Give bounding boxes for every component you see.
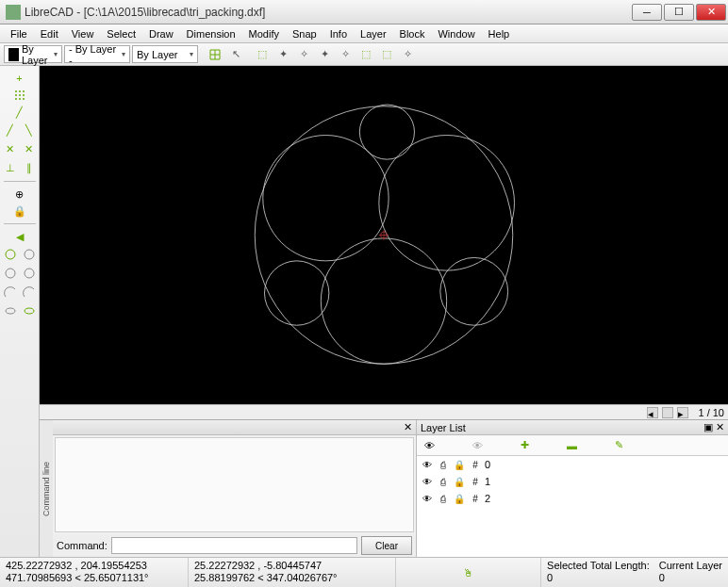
close-button[interactable]: ✕ [696, 4, 726, 21]
snap-middle-icon[interactable]: ✦ [315, 45, 334, 64]
menu-dimension[interactable]: Dimension [180, 26, 242, 41]
tool-parallel-icon[interactable]: ∥ [21, 159, 38, 176]
snap-on-entity-icon[interactable]: ✦ [273, 45, 292, 64]
linetype-combo[interactable]: By Layer [132, 45, 198, 63]
tool-line2-icon[interactable]: ╱ [2, 122, 19, 139]
svg-point-19 [6, 308, 15, 314]
menu-layer[interactable]: Layer [354, 26, 393, 41]
tool-point-icon[interactable]: + [11, 70, 28, 87]
layer-row[interactable]: 👁⎙🔒#0 [417, 456, 728, 473]
rel-coord: 25.22272932 , -5.80445747 [194, 560, 389, 572]
menu-modify[interactable]: Modify [242, 26, 286, 41]
tool-angle1-icon[interactable]: ✕ [2, 140, 19, 157]
layer-edit-icon[interactable]: ✎ [615, 439, 623, 451]
snap-distance-icon[interactable]: ✧ [336, 45, 355, 64]
snap-center-icon[interactable]: ✧ [294, 45, 313, 64]
properties-toolbar: By Layer - By Layer - By Layer ↖ ⬚ ✦ ✧ ✦… [0, 43, 728, 66]
maximize-button[interactable]: ☐ [664, 4, 694, 21]
tool-circle4-icon[interactable] [21, 265, 38, 282]
drawing-canvas[interactable] [40, 66, 728, 404]
menu-help[interactable]: Help [482, 26, 517, 41]
menu-file[interactable]: File [4, 26, 34, 41]
tool-line-icon[interactable]: ╱ [11, 104, 28, 121]
command-prompt: Command: [57, 540, 108, 551]
snap-intersection-icon[interactable]: ⬚ [356, 45, 375, 64]
layer-print-icon[interactable]: ⎙ [437, 475, 450, 488]
current-layer-value: 0 [659, 572, 722, 584]
horizontal-scrollbar[interactable]: ◂▸ 1 / 10 [40, 404, 728, 419]
layer-name: 2 [485, 493, 490, 504]
layer-visible-icon[interactable]: 👁 [421, 458, 434, 471]
menu-view[interactable]: View [65, 26, 101, 41]
layer-panel-dock-icon[interactable]: ▣ [703, 421, 713, 433]
svg-point-10 [19, 94, 21, 96]
layer-row[interactable]: 👁⎙🔒#2 [417, 490, 728, 507]
app-icon [6, 5, 21, 20]
snap-endpoint-icon[interactable]: ⬚ [253, 45, 272, 64]
command-log[interactable] [55, 437, 414, 532]
layer-panel-close-icon[interactable]: ✕ [716, 421, 724, 433]
tool-arc2-icon[interactable] [21, 284, 38, 301]
svg-point-12 [15, 98, 17, 100]
tool-circle2-icon[interactable] [21, 246, 38, 263]
layer-visible-icon[interactable]: 👁 [421, 492, 434, 505]
layer-construction-icon[interactable]: # [469, 492, 482, 505]
tool-line3-icon[interactable]: ╲ [21, 122, 38, 139]
svg-point-11 [23, 94, 25, 96]
menu-snap[interactable]: Snap [286, 26, 323, 41]
layer-lock-icon[interactable]: 🔒 [453, 458, 466, 471]
snap-grid-icon[interactable] [206, 45, 224, 64]
menu-info[interactable]: Info [323, 26, 354, 41]
menu-select[interactable]: Select [100, 26, 142, 41]
minimize-button[interactable]: ─ [632, 4, 662, 21]
tool-relative-icon[interactable]: ⊕ [11, 186, 28, 203]
layer-print-icon[interactable]: ⎙ [437, 458, 450, 471]
tool-circle3-icon[interactable] [2, 265, 19, 282]
selected-length-label: Selected Total Length: [547, 560, 650, 572]
tool-perp-icon[interactable]: ⊥ [2, 159, 19, 176]
layer-lock-icon[interactable]: 🔒 [453, 492, 466, 505]
svg-point-13 [19, 98, 21, 100]
abs-polar: 471.70985693 < 25.65071131° [6, 572, 182, 584]
tool-ellipse2-icon[interactable] [21, 302, 38, 319]
tool-circle-icon[interactable] [2, 246, 19, 263]
tool-back-icon[interactable]: ◀ [11, 228, 28, 245]
layer-panel-title: Layer List [421, 422, 466, 433]
menu-window[interactable]: Window [431, 26, 481, 41]
tool-ellipse-icon[interactable] [2, 302, 19, 319]
menu-edit[interactable]: Edit [34, 26, 65, 41]
tool-arc-icon[interactable] [2, 284, 19, 301]
restrict-vertical-icon[interactable]: ✧ [398, 45, 417, 64]
clear-button[interactable]: Clear [361, 536, 412, 555]
snap-free-icon[interactable]: ↖ [226, 45, 245, 64]
layer-visible-icon[interactable]: 👁 [421, 475, 434, 488]
command-panel: ✕ Command: Clear [53, 420, 417, 557]
layer-remove-icon[interactable]: ▬ [567, 440, 577, 451]
menu-draw[interactable]: Draw [142, 26, 180, 41]
color-combo[interactable]: By Layer [4, 45, 62, 63]
tool-grid-icon[interactable] [11, 87, 28, 104]
layer-lock-icon[interactable]: 🔒 [453, 475, 466, 488]
selected-length-value: 0 [547, 572, 650, 584]
layer-print-icon[interactable]: ⎙ [437, 492, 450, 505]
current-layer-label: Current Layer [659, 560, 722, 572]
command-panel-close-icon[interactable]: ✕ [404, 421, 412, 433]
command-input[interactable] [111, 537, 357, 554]
command-panel-label: Command line [40, 420, 53, 557]
page-indicator: 1 / 10 [698, 407, 724, 418]
layer-row[interactable]: 👁⎙🔒#1 [417, 473, 728, 490]
svg-point-23 [379, 136, 515, 271]
layer-name: 1 [485, 476, 490, 487]
layer-add-icon[interactable]: ✚ [521, 439, 529, 451]
mouse-hint-icon: 🖱 [463, 567, 473, 579]
layer-filter-freeze-icon[interactable]: 👁 [472, 440, 483, 451]
layer-construction-icon[interactable]: # [469, 475, 482, 488]
tool-angle2-icon[interactable]: ✕ [21, 140, 38, 157]
restrict-horizontal-icon[interactable]: ⬚ [377, 45, 396, 64]
linewidth-combo[interactable]: - By Layer - [64, 45, 130, 63]
tool-lock-icon[interactable]: 🔒 [11, 203, 28, 220]
layer-construction-icon[interactable]: # [469, 458, 482, 471]
layer-name: 0 [485, 459, 490, 470]
layer-filter-eye-icon[interactable]: 👁 [424, 440, 435, 451]
menu-block[interactable]: Block [393, 26, 432, 41]
